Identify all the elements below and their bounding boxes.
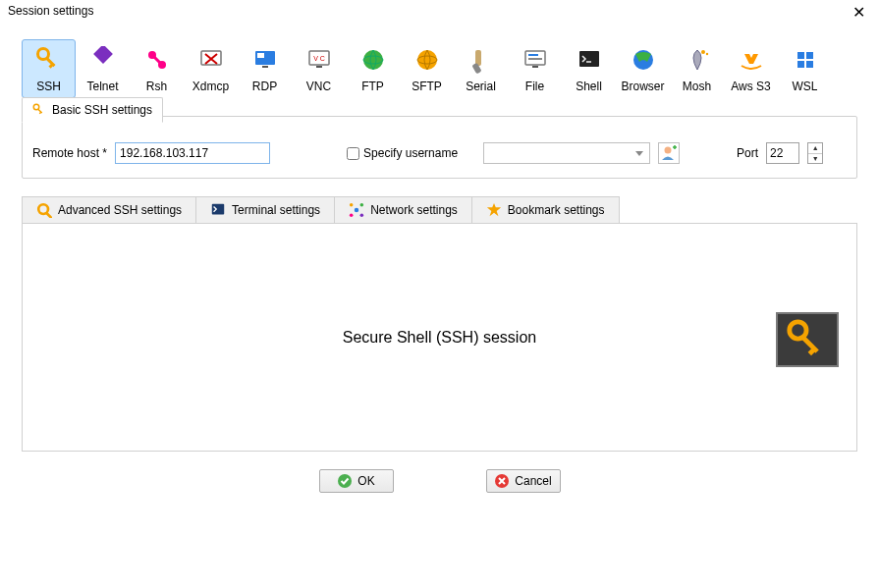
- session-type-label: Rsh: [146, 80, 167, 93]
- session-type-ftp[interactable]: FTP: [346, 39, 400, 98]
- session-type-badge: [776, 312, 839, 367]
- serial-icon: [467, 46, 495, 74]
- session-type-label: Mosh: [683, 80, 711, 93]
- session-type-mosh[interactable]: Mosh: [670, 39, 724, 98]
- remote-host-label: Remote host *: [32, 146, 107, 160]
- session-type-label: FTP: [361, 80, 384, 93]
- session-type-label: VNC: [306, 80, 331, 93]
- session-type-label: RDP: [252, 80, 277, 93]
- shell-icon: [576, 46, 603, 74]
- key-icon: [32, 103, 46, 117]
- session-type-sftp[interactable]: SFTP: [400, 39, 454, 98]
- rdp-icon: [251, 46, 279, 74]
- vnc-icon: [305, 46, 333, 74]
- session-type-label: Xdmcp: [192, 80, 229, 93]
- tab-network[interactable]: Network settings: [334, 196, 472, 223]
- cancel-button[interactable]: Cancel: [486, 469, 561, 493]
- session-type-telnet[interactable]: Telnet: [76, 39, 130, 98]
- ftp-icon: [359, 46, 387, 74]
- ok-label: OK: [357, 474, 374, 488]
- window-title: Session settings: [8, 4, 93, 18]
- session-type-label: SSH: [36, 80, 61, 93]
- session-type-shell[interactable]: Shell: [562, 39, 616, 98]
- session-type-file[interactable]: File: [508, 39, 562, 98]
- key-icon: [36, 202, 52, 218]
- awss3-icon: [738, 46, 765, 74]
- session-type-rsh[interactable]: Rsh: [130, 39, 184, 98]
- session-description-panel: Secure Shell (SSH) session: [22, 224, 857, 452]
- tab-label: Terminal settings: [232, 203, 320, 217]
- session-type-label: Browser: [621, 80, 664, 93]
- session-type-awss3[interactable]: Aws S3: [724, 39, 778, 98]
- tab-adv-ssh[interactable]: Advanced SSH settings: [22, 196, 196, 223]
- tab-basic-ssh-label: Basic SSH settings: [52, 103, 152, 117]
- star-icon: [486, 202, 502, 218]
- session-type-label: Telnet: [86, 80, 118, 93]
- session-type-vnc[interactable]: VNC: [292, 39, 346, 98]
- session-type-wsl[interactable]: WSL: [778, 39, 832, 98]
- tab-label: Advanced SSH settings: [58, 203, 182, 217]
- user-plus-icon: [660, 144, 678, 162]
- port-label: Port: [737, 146, 758, 160]
- sftp-icon: [413, 46, 441, 74]
- remote-host-input[interactable]: [115, 142, 270, 164]
- add-user-button[interactable]: [658, 142, 680, 164]
- tab-label: Network settings: [370, 203, 458, 217]
- basic-settings-panel: Basic SSH settings Remote host * Specify…: [22, 116, 857, 179]
- session-type-serial[interactable]: Serial: [454, 39, 508, 98]
- wsl-icon: [792, 46, 819, 74]
- check-icon: [337, 473, 353, 489]
- advanced-tabstrip: Advanced SSH settingsTerminal settingsNe…: [22, 196, 857, 224]
- tab-terminal[interactable]: Terminal settings: [195, 196, 335, 223]
- specify-username-box[interactable]: [347, 147, 359, 160]
- ok-button[interactable]: OK: [319, 469, 394, 493]
- session-type-label: Serial: [466, 80, 496, 93]
- session-type-ssh[interactable]: SSH: [22, 39, 76, 98]
- tab-label: Bookmark settings: [508, 203, 605, 217]
- mosh-icon: [684, 46, 711, 74]
- session-description: Secure Shell (SSH) session: [343, 329, 536, 347]
- tab-bookmark[interactable]: Bookmark settings: [471, 196, 620, 223]
- session-type-label: WSL: [792, 80, 817, 93]
- username-dropdown[interactable]: [483, 142, 650, 164]
- rsh-icon: [143, 46, 171, 74]
- session-type-xdmcp[interactable]: Xdmcp: [184, 39, 238, 98]
- cancel-label: Cancel: [515, 474, 551, 488]
- cancel-icon: [494, 473, 510, 489]
- port-input[interactable]: [766, 142, 799, 164]
- terminal-icon: [210, 202, 226, 218]
- network-icon: [349, 202, 364, 218]
- tab-basic-ssh[interactable]: Basic SSH settings: [22, 97, 163, 123]
- session-type-label: Aws S3: [731, 80, 770, 93]
- session-type-list: SSHTelnetRshXdmcpRDPVNCFTPSFTPSerialFile…: [22, 39, 879, 98]
- session-type-browser[interactable]: Browser: [616, 39, 670, 98]
- port-stepper[interactable]: ▲▼: [807, 142, 823, 164]
- close-icon[interactable]: ✕: [847, 4, 871, 22]
- key-icon: [35, 46, 63, 74]
- key-icon: [785, 317, 830, 362]
- telnet-icon: [89, 46, 117, 74]
- session-type-label: SFTP: [412, 80, 442, 93]
- session-type-label: File: [525, 80, 544, 93]
- specify-username-checkbox[interactable]: Specify username: [347, 146, 458, 160]
- session-type-rdp[interactable]: RDP: [238, 39, 292, 98]
- browser-icon: [630, 46, 657, 74]
- specify-username-label: Specify username: [363, 146, 458, 160]
- xdmcp-icon: [197, 46, 225, 74]
- file-icon: [522, 46, 549, 74]
- session-type-label: Shell: [576, 80, 602, 93]
